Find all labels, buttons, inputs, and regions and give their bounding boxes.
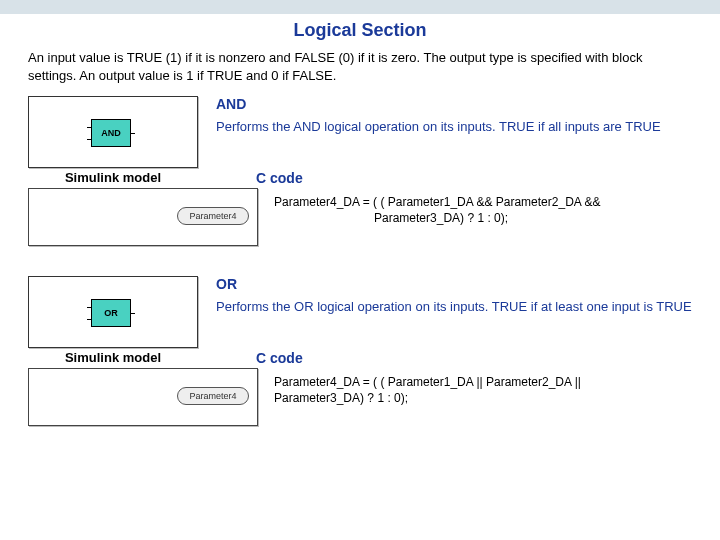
param-diagram-and: Parameter4 — [28, 188, 258, 246]
code-line: Parameter3_DA) ? 1 : 0); — [274, 390, 692, 406]
logic-block-or: OR — [91, 299, 131, 327]
top-bar — [0, 0, 720, 14]
op-desc-or: Performs the OR logical operation on its… — [216, 298, 692, 316]
op-title-or: OR — [216, 276, 692, 292]
labels-row-and: Simulink model C code — [0, 168, 720, 186]
label-simulink-and: Simulink model — [28, 170, 198, 186]
logic-block-and: AND — [91, 119, 131, 147]
param-diagram-or: Parameter4 — [28, 368, 258, 426]
label-ccode-or: C code — [198, 350, 692, 366]
param-pill-and: Parameter4 — [177, 207, 249, 225]
simulink-diagram-or: OR — [28, 276, 198, 348]
label-simulink-or: Simulink model — [28, 350, 198, 366]
section-title: Logical Section — [0, 14, 720, 49]
code-text-and: Parameter4_DA = ( ( Parameter1_DA && Par… — [258, 188, 692, 226]
intro-text: An input value is TRUE (1) if it is nonz… — [0, 49, 720, 90]
code-line: Parameter4_DA = ( ( Parameter1_DA || Par… — [274, 374, 692, 390]
label-ccode-and: C code — [198, 170, 692, 186]
labels-row-or: Simulink model C code — [0, 348, 720, 366]
simulink-diagram-and: AND — [28, 96, 198, 168]
param-pill-or: Parameter4 — [177, 387, 249, 405]
code-text-or: Parameter4_DA = ( ( Parameter1_DA || Par… — [258, 368, 692, 406]
code-line: Parameter3_DA) ? 1 : 0); — [274, 210, 692, 226]
code-row-and: Parameter4 Parameter4_DA = ( ( Parameter… — [0, 186, 720, 246]
op-title-and: AND — [216, 96, 692, 112]
op-row-or: OR OR Performs the OR logical operation … — [0, 276, 720, 348]
code-line: Parameter4_DA = ( ( Parameter1_DA && Par… — [274, 194, 692, 210]
code-row-or: Parameter4 Parameter4_DA = ( ( Parameter… — [0, 366, 720, 426]
op-row-and: AND AND Performs the AND logical operati… — [0, 96, 720, 168]
op-desc-and: Performs the AND logical operation on it… — [216, 118, 692, 136]
